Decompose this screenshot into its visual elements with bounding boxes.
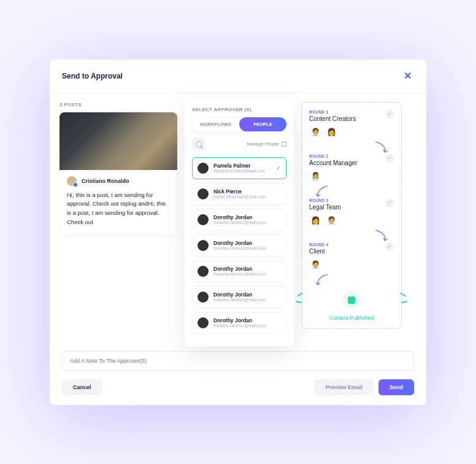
arrow-connector-icon: [309, 185, 394, 198]
person-name: Dorothy Jordan: [213, 292, 266, 298]
person-row[interactable]: Dorothy Jordan francine.ramirez@mail.com…: [192, 312, 286, 334]
round-header: ROUND 4 Client ✓: [309, 242, 394, 255]
post-card: Cristiano Ronaldo Hi, this is a post, I …: [60, 112, 177, 234]
tab-people[interactable]: PEOPLE: [239, 117, 286, 131]
search-input[interactable]: [192, 137, 205, 151]
author-name: Cristiano Ronaldo: [82, 178, 129, 184]
people-list: Pamela Palmer francine.holland@mail.com …: [192, 157, 286, 338]
post-meta: Cristiano Ronaldo Hi, this is a post, I …: [60, 170, 177, 234]
person-email: francine.ramirez@mail.com: [213, 220, 266, 225]
round-members: 🧑‍💼: [309, 258, 394, 271]
cancel-button[interactable]: Cancel: [62, 379, 102, 395]
published-label: Content Published: [309, 315, 394, 321]
send-button[interactable]: Send: [378, 379, 414, 395]
person-row[interactable]: Dorothy Jordan francine.ramirez@mail.com…: [192, 234, 286, 257]
person-avatar: [198, 163, 209, 174]
round-check-icon[interactable]: ✓: [385, 154, 394, 163]
modal-footer: Cancel Preview Email Send: [50, 341, 426, 405]
rounds-list: ROUND 1 Content Creators ✓ 🧑‍💼👩 ROUND 2 …: [309, 110, 394, 287]
person-row[interactable]: Nick Pierce janice.mcdonald@mail.com ✓: [192, 183, 286, 205]
content-published: Content Published: [309, 292, 394, 321]
person-email: francine.ramirez@mail.com: [213, 272, 266, 276]
person-info: Pamela Palmer francine.holland@mail.com: [213, 163, 266, 173]
round-label: ROUND 4: [309, 242, 328, 247]
round-check-icon[interactable]: ✓: [385, 198, 394, 207]
person-email: francine.ramirez@mail.com: [213, 323, 266, 328]
search-icon: [196, 141, 202, 147]
approver-tabs: WORKFLOWS PEOPLE: [192, 117, 286, 131]
round-label: ROUND 1: [309, 110, 356, 114]
preview-email-button[interactable]: Preview Email: [314, 379, 374, 395]
person-info: Dorothy Jordan francine.ramirez@mail.com: [213, 214, 266, 225]
tab-workflows[interactable]: WORKFLOWS: [192, 117, 239, 131]
person-avatar: [198, 188, 209, 199]
person-email: francine.ramirez@mail.com: [213, 298, 266, 302]
manage-people-link[interactable]: Manage People: [247, 141, 286, 147]
round-members: 👩🧑‍💼: [309, 214, 394, 226]
round-title: Legal Team: [309, 204, 341, 211]
manage-people-label: Manage People: [247, 141, 279, 147]
person-email: francine.holland@mail.com: [213, 169, 266, 173]
person-row[interactable]: Dorothy Jordan francine.ramirez@mail.com…: [192, 286, 286, 308]
facebook-badge-icon: [73, 182, 78, 187]
person-info: Dorothy Jordan francine.ramirez@mail.com: [213, 266, 266, 276]
external-link-icon: [282, 142, 286, 147]
calendar-check-icon: [343, 292, 360, 309]
member-avatar: 🧑‍💼: [309, 258, 321, 271]
workflow-column: ROUND 1 Content Creators ✓ 🧑‍💼👩 ROUND 2 …: [301, 102, 402, 329]
select-approver-column: SELECT APPROVER (s) WORKFLOWS PEOPLE Man…: [185, 99, 294, 346]
arrow-connector-icon: [309, 229, 394, 242]
member-avatar: 👩: [325, 126, 337, 138]
person-avatar: [198, 240, 209, 251]
round-header: ROUND 3 Legal Team ✓: [309, 198, 394, 211]
round-check-icon[interactable]: ✓: [385, 242, 394, 251]
post-text: Hi, this is a post, I am sending for app…: [67, 191, 170, 227]
round-titles: ROUND 2 Account Manager: [309, 154, 357, 166]
modal-body: 2 POSTS Cristiano Ronaldo Hi, this is a …: [50, 93, 426, 341]
member-avatar: 🧑‍💼: [309, 126, 321, 138]
posts-column: 2 POSTS Cristiano Ronaldo Hi, this is a …: [60, 102, 177, 329]
select-approver-label: SELECT APPROVER (s): [192, 107, 286, 112]
close-icon[interactable]: ✕: [401, 69, 414, 83]
person-info: Nick Pierce janice.mcdonald@mail.com: [213, 188, 266, 199]
post-image: [60, 112, 177, 170]
person-row[interactable]: Dorothy Jordan francine.ramirez@mail.com…: [192, 209, 286, 231]
round-titles: ROUND 1 Content Creators: [309, 110, 356, 122]
person-name: Dorothy Jordan: [213, 214, 266, 220]
person-avatar: [198, 292, 209, 303]
round-block: ROUND 1 Content Creators ✓ 🧑‍💼👩: [309, 110, 394, 138]
person-email: janice.mcdonald@mail.com: [213, 195, 266, 199]
check-icon: ✓: [276, 164, 281, 171]
person-name: Nick Pierce: [213, 188, 266, 195]
person-email: francine.ramirez@mail.com: [213, 246, 266, 250]
round-title: Client: [309, 248, 328, 255]
round-block: ROUND 2 Account Manager ✓ 👩‍💼: [309, 154, 394, 182]
person-row[interactable]: Dorothy Jordan francine.ramirez@mail.com…: [192, 260, 286, 282]
round-block: ROUND 3 Legal Team ✓ 👩🧑‍💼: [309, 198, 394, 226]
posts-count-label: 2 POSTS: [60, 102, 177, 107]
person-name: Pamela Palmer: [213, 163, 266, 169]
modal-title: Send to Approval: [62, 72, 123, 80]
round-header: ROUND 2 Account Manager ✓: [309, 154, 394, 166]
person-avatar: [198, 266, 209, 277]
person-avatar: [198, 317, 209, 328]
round-block: ROUND 4 Client ✓ 🧑‍💼: [309, 242, 394, 271]
person-avatar: [198, 214, 209, 225]
author-avatar: [67, 176, 77, 186]
search-row: Manage People: [192, 137, 286, 151]
round-title: Content Creators: [309, 115, 356, 122]
person-info: Dorothy Jordan francine.ramirez@mail.com: [213, 240, 266, 250]
footer-actions: Cancel Preview Email Send: [62, 379, 414, 395]
person-name: Dorothy Jordan: [213, 266, 266, 272]
round-label: ROUND 3: [309, 198, 341, 203]
round-titles: ROUND 3 Legal Team: [309, 198, 341, 211]
person-name: Dorothy Jordan: [213, 240, 266, 246]
round-titles: ROUND 4 Client: [309, 242, 328, 255]
round-title: Account Manager: [309, 160, 357, 166]
note-input[interactable]: [62, 351, 414, 371]
arrow-connector-icon: [309, 141, 394, 154]
round-check-icon[interactable]: ✓: [385, 110, 394, 118]
modal-header: Send to Approval ✕: [50, 60, 426, 93]
round-members: 👩‍💼: [309, 170, 394, 182]
person-row[interactable]: Pamela Palmer francine.holland@mail.com …: [192, 157, 286, 179]
